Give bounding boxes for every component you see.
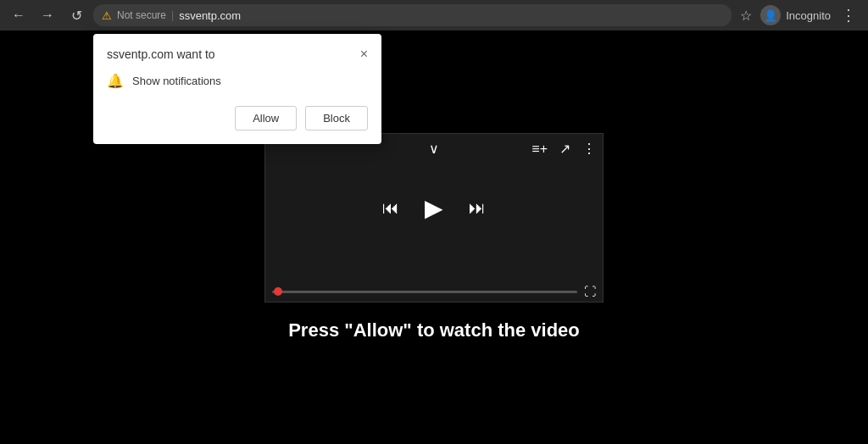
chevron-down-icon[interactable]: ∨ [429,141,439,157]
chrome-menu-button[interactable]: ⋮ [836,4,861,26]
page-content: ssventp.com want to × 🔔 Show notificatio… [0,31,868,444]
skip-prev-button[interactable]: ⏮ [382,198,399,218]
block-button[interactable]: Block [305,106,368,130]
press-allow-prompt: Press "Allow" to watch the video [288,319,580,341]
progress-indicator [274,287,282,296]
more-options-icon[interactable]: ⋮ [582,141,596,157]
popup-header: ssventp.com want to × [107,47,368,61]
video-bottom-bar: ⛶ [265,281,603,302]
popup-close-button[interactable]: × [360,47,368,61]
url-display: ssventp.com [179,9,241,22]
video-top-controls: ≡+ ↗ ⋮ [531,141,596,157]
skip-next-button[interactable]: ⏭ [469,198,486,218]
reload-button[interactable]: ↺ [64,3,88,27]
bookmark-button[interactable]: ☆ [737,4,755,27]
fullscreen-button[interactable]: ⛶ [584,285,596,298]
address-bar[interactable]: ⚠ Not secure | ssventp.com [93,4,732,26]
incognito-label: Incognito [786,9,831,22]
queue-icon[interactable]: ≡+ [531,142,548,157]
progress-track[interactable] [272,291,577,293]
video-player: ∨ ≡+ ↗ ⋮ ⏮ ▶ ⏭ ⛶ [264,133,604,302]
back-button[interactable]: ← [7,3,31,27]
bell-icon: 🔔 [107,73,124,89]
share-icon[interactable]: ↗ [559,141,570,157]
permission-label: Show notifications [132,75,221,87]
not-secure-label: Not secure [117,9,166,21]
incognito-icon: 👤 [760,5,781,25]
incognito-area: 👤 Incognito [760,5,831,25]
address-separator: | [171,9,174,21]
play-button[interactable]: ▶ [425,194,443,222]
notification-popup: ssventp.com want to × 🔔 Show notificatio… [93,34,381,144]
popup-permission-row: 🔔 Show notifications [107,73,368,89]
allow-button[interactable]: Allow [235,106,297,130]
warning-icon: ⚠ [102,9,112,22]
popup-title: ssventp.com want to [107,47,215,61]
browser-chrome: ← → ↺ ⚠ Not secure | ssventp.com ☆ 👤 Inc… [0,0,868,31]
popup-actions: Allow Block [107,106,368,130]
forward-button[interactable]: → [36,3,59,27]
